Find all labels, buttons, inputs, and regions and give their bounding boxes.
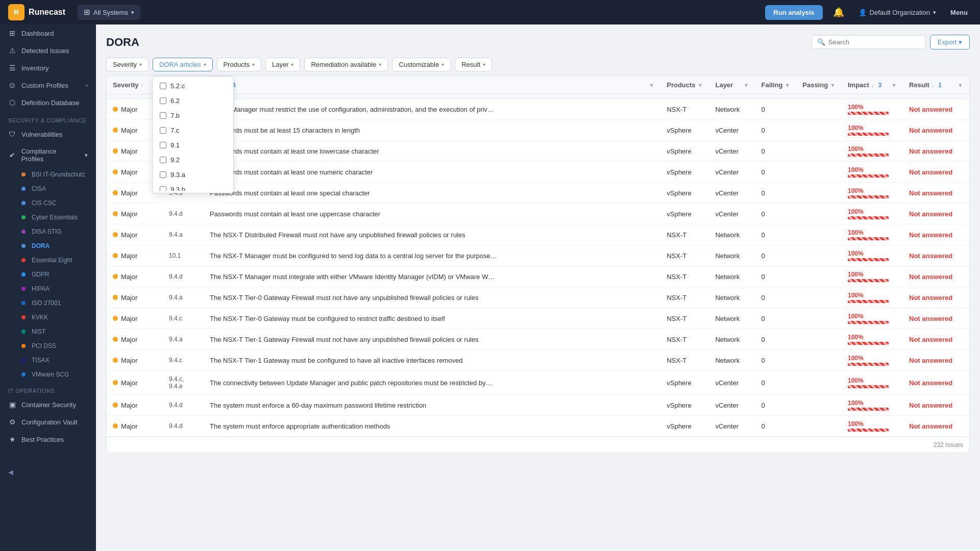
disa-stig-label: DISA STIG [32, 228, 62, 235]
sidebar-collapse-button[interactable]: ◀ [0, 464, 96, 480]
sidebar-sub-iso27001[interactable]: ISO 27001 [0, 296, 96, 310]
cis-csc-label: CIS CSC [32, 199, 57, 207]
table-scroll[interactable]: Severity ↑ ▼ ▼ Title [107, 76, 969, 437]
remediation-filter[interactable]: Remediation available ▾ [304, 58, 388, 71]
table-row[interactable]: Major 9.4.a The NSX-T Tier-1 Gateway Fir… [107, 329, 969, 350]
th-impact[interactable]: Impact ↓ 3 ▼ [842, 76, 903, 94]
sidebar-sub-bsi[interactable]: BSI IT-Grundschutz [0, 167, 96, 182]
org-selector[interactable]: 👤 Default Organization ▾ [854, 7, 941, 18]
dora-articles-filter[interactable]: DORA articles ▾ [153, 58, 213, 71]
dora-dropdown-item-7-c[interactable]: 7.c [153, 123, 233, 138]
sidebar-sub-disa-stig[interactable]: DISA STIG [0, 224, 96, 239]
severity-filter[interactable]: Severity ▾ [106, 58, 149, 71]
filter-bar: Severity ▾ DORA articles ▾ Products ▾ La… [106, 58, 970, 71]
chevron-down-icon: ▾ [291, 62, 293, 67]
dora-dropdown-item-9-1[interactable]: 9.1 [153, 138, 233, 153]
dora-dropdown-item-7-b[interactable]: 7.b [153, 108, 233, 123]
products-filter[interactable]: Products ▾ [217, 58, 261, 71]
layer-filter[interactable]: Layer ▾ [265, 58, 301, 71]
sidebar-item-definition-database[interactable]: ⬡ Definition Database [0, 94, 96, 111]
sidebar-sub-vmware-scg[interactable]: VMware SCG [0, 367, 96, 382]
sidebar-sub-cyber-essentials[interactable]: Cyber Essentials [0, 210, 96, 224]
dora-dropdown-item-9-2[interactable]: 9.2 [153, 153, 233, 167]
dora-checkbox-7-b[interactable] [160, 112, 166, 119]
table-row[interactable]: Major 9.4.c The NSX-T Tier-1 Gateway mus… [107, 350, 969, 371]
sidebar-sub-cis-csc[interactable]: CIS CSC [0, 196, 96, 210]
customizable-filter[interactable]: Customizable ▾ [392, 58, 451, 71]
dora-dropdown-item-5-2c[interactable]: 5.2.c [153, 79, 233, 93]
sidebar-item-vulnerabilities[interactable]: 🛡 Vulnerabilities [0, 126, 96, 143]
sidebar-item-dashboard[interactable]: ⊞ Dashboard [0, 24, 96, 42]
severity-dot [113, 211, 118, 216]
table-row[interactable]: Major 9.4.a The NSX-T Distributed Firewa… [107, 224, 969, 245]
sidebar-sub-gdpr[interactable]: GDPR [0, 267, 96, 282]
result-filter[interactable]: Result ▾ [455, 58, 492, 71]
th-passing[interactable]: Passing ▼ [796, 76, 842, 94]
sidebar-item-config-vault[interactable]: ⚙ Configuration Vault [0, 413, 96, 431]
table-row[interactable]: Major 9.4.d The system must enforce appr… [107, 416, 969, 437]
table-row[interactable]: Major 9.4.d The system must enforce a 60… [107, 395, 969, 416]
table-row[interactable]: Major Passwords must be at least 15 char… [107, 120, 969, 141]
table-row[interactable]: Major 9.4.d Passwords must contain at le… [107, 183, 969, 204]
systems-selector[interactable]: ⊞ All Systems ▾ [78, 5, 140, 20]
table-row[interactable]: Major 9.4.d The NSX-T Manager must integ… [107, 266, 969, 287]
severity-label: Major [121, 168, 138, 176]
remediation-filter-label: Remediation available [311, 61, 376, 68]
sidebar-item-detected-issues[interactable]: ⚠ Detected Issues [0, 42, 96, 59]
sidebar-sub-pci-dss[interactable]: PCI DSS [0, 339, 96, 353]
dora-checkbox-9-2[interactable] [160, 157, 166, 163]
dora-checkbox-5-2c[interactable] [160, 83, 166, 89]
table-row[interactable]: Major 9.4.c, 9.4.e The connectivity betw… [107, 371, 969, 395]
th-filter-failing [755, 94, 796, 99]
logo[interactable]: R Runecast [8, 4, 65, 20]
sidebar-item-container-security[interactable]: ▣ Container Security [0, 396, 96, 413]
table-row[interactable]: Major 9.4.a The NSX-T Tier-0 Gateway Fir… [107, 287, 969, 308]
cell-impact: 100% [842, 141, 903, 162]
table-row[interactable]: Major NSX-T Manager must restrict the us… [107, 99, 969, 120]
dora-checkbox-7-c[interactable] [160, 127, 166, 134]
th-layer[interactable]: Layer ▼ [709, 76, 755, 94]
sidebar-sub-nist[interactable]: NIST [0, 324, 96, 339]
sidebar-item-compliance-profiles[interactable]: ✔ Compliance Profiles ▾ [0, 143, 96, 167]
dora-checkbox-9-3b[interactable] [160, 186, 166, 191]
cell-result: Not answered [903, 183, 969, 204]
table-row[interactable]: Major Passwords must contain at least on… [107, 162, 969, 183]
table-row[interactable]: Major 9.4.c The NSX-T Tier-0 Gateway mus… [107, 308, 969, 329]
th-products[interactable]: Products ▼ [660, 76, 709, 94]
sidebar-sub-kvkk[interactable]: KVKK [0, 310, 96, 324]
notifications-icon[interactable]: 🔔 [829, 5, 848, 20]
dora-checkbox-9-3a[interactable] [160, 171, 166, 178]
table-row[interactable]: Major 9.4.d Passwords must contain at le… [107, 204, 969, 224]
dora-checkbox-9-1[interactable] [160, 142, 166, 148]
sidebar-sub-hipaa[interactable]: HIPAA [0, 282, 96, 296]
sidebar-sub-dora[interactable]: DORA [0, 239, 96, 253]
dora-checkbox-6-2[interactable] [160, 97, 166, 104]
dora-dropdown-item-9-3b[interactable]: 9.3.b [153, 182, 233, 191]
sidebar-item-best-practices[interactable]: ★ Best Practices [0, 431, 96, 448]
sidebar-sub-essential-eight[interactable]: Essential Eight [0, 253, 96, 267]
dora-dropdown-item-6-2[interactable]: 6.2 [153, 93, 233, 108]
cell-result: Not answered [903, 99, 969, 120]
sidebar-sub-cisa[interactable]: CISA [0, 182, 96, 196]
menu-button[interactable]: Menu [946, 7, 972, 18]
impact-bar [848, 133, 889, 136]
table-row[interactable]: Major 10.1 The NSX-T Manager must be con… [107, 245, 969, 266]
impact-pct: 100% [848, 355, 897, 362]
security-compliance-section: Security & Compliance [0, 111, 96, 126]
table-row[interactable]: Major Passwords must contain at least on… [107, 141, 969, 162]
severity-dot [113, 128, 118, 133]
run-analysis-button[interactable]: Run analysis [765, 5, 822, 20]
export-button[interactable]: Export ▾ [930, 35, 970, 49]
search-input[interactable] [828, 38, 920, 46]
th-result[interactable]: Result ↓ 1 ▼ [903, 76, 969, 94]
dora-dropdown-item-9-3a[interactable]: 9.3.a [153, 167, 233, 182]
sidebar-item-label: Inventory [21, 64, 48, 72]
result-label: Not answered [909, 336, 952, 343]
cell-result: Not answered [903, 416, 969, 437]
sidebar-sub-tisax[interactable]: TISAX [0, 353, 96, 367]
th-failing[interactable]: Failing ▼ [755, 76, 796, 94]
sidebar-item-inventory[interactable]: ☰ Inventory [0, 59, 96, 77]
sidebar-item-custom-profiles[interactable]: ⊙ Custom Profiles › [0, 77, 96, 94]
th-title[interactable]: Title ↑ 4 ▼ [204, 76, 660, 94]
cell-layer: Network [709, 99, 755, 120]
